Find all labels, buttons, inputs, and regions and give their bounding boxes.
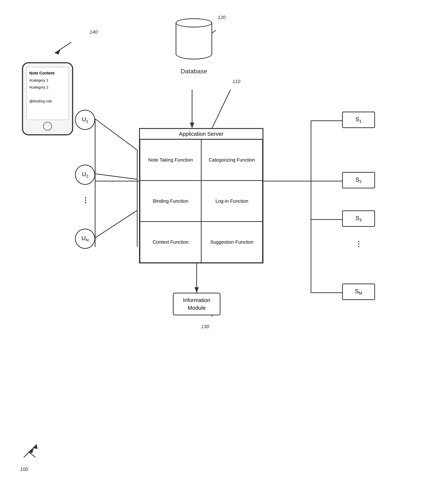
- svg-marker-6: [190, 123, 194, 128]
- info-module-label: Information Module: [178, 296, 215, 312]
- user-u1: U1: [75, 110, 95, 130]
- database-top: [176, 18, 212, 27]
- user-u2-label: U2: [82, 171, 88, 179]
- svg-marker-14: [194, 287, 199, 293]
- user-dots: ⋮: [82, 196, 90, 204]
- database-cylinder: Database: [176, 18, 212, 62]
- app-server-title: Application Server: [140, 129, 262, 139]
- server-s1: S1: [342, 112, 375, 128]
- ref-110: 110: [232, 79, 240, 84]
- info-module: Information Module: [173, 293, 220, 315]
- svg-line-2: [95, 210, 137, 238]
- server-s3-label: S3: [355, 215, 362, 223]
- server-s3: S3: [342, 210, 375, 227]
- function-suggestion: Suggestion Function: [201, 222, 262, 263]
- note-title: Note Content: [29, 70, 66, 76]
- mobile-home-button: [43, 122, 52, 131]
- database-body: [176, 23, 212, 59]
- svg-line-21: [210, 90, 231, 132]
- note-blank: [29, 91, 66, 97]
- server-s2: S2: [342, 172, 375, 188]
- app-server: Application Server Note Taking Function …: [139, 128, 263, 263]
- note-category1: #category 1: [29, 77, 66, 83]
- function-note-taking: Note Taking Function: [140, 139, 201, 180]
- server-s2-label: S2: [355, 176, 362, 184]
- user-un-label: UN: [81, 235, 89, 243]
- user-un: UN: [75, 229, 95, 249]
- svg-marker-29: [33, 445, 38, 449]
- svg-marker-18: [55, 50, 60, 55]
- server-s1-label: S1: [355, 116, 362, 124]
- svg-line-0: [95, 119, 137, 150]
- ref-120: 120: [218, 15, 225, 20]
- function-categorizing: Categorizing Function: [201, 139, 262, 180]
- function-login: Log-in Function: [201, 180, 262, 222]
- svg-line-1: [95, 174, 137, 179]
- ref-100-arrow: [20, 443, 42, 461]
- server-dots: ⋮: [355, 240, 363, 248]
- database-container: Database: [176, 18, 212, 62]
- function-context: Context Function: [140, 222, 201, 263]
- mobile-screen: Note Content #category 1 #category 2 @bi…: [26, 67, 69, 120]
- ref-100: 100: [20, 467, 28, 472]
- user-u2: U2: [75, 165, 95, 185]
- note-binding: @binding rule: [29, 98, 66, 104]
- ref-130: 130: [201, 324, 209, 329]
- database-label: Database: [176, 68, 212, 75]
- diagram-container: Note Content #category 1 #category 2 @bi…: [0, 0, 448, 493]
- note-category2: #category 2: [29, 84, 66, 90]
- ref-140: 140: [90, 29, 98, 35]
- server-sm-label: SM: [355, 288, 362, 296]
- mobile-device: Note Content #category 1 #category 2 @bi…: [22, 62, 73, 135]
- functions-grid: Note Taking Function Categorizing Functi…: [140, 139, 262, 263]
- user-u1-label: U1: [82, 116, 88, 124]
- svg-line-17: [55, 42, 71, 53]
- server-sm: SM: [342, 283, 375, 300]
- function-binding: Binding Function: [140, 180, 201, 222]
